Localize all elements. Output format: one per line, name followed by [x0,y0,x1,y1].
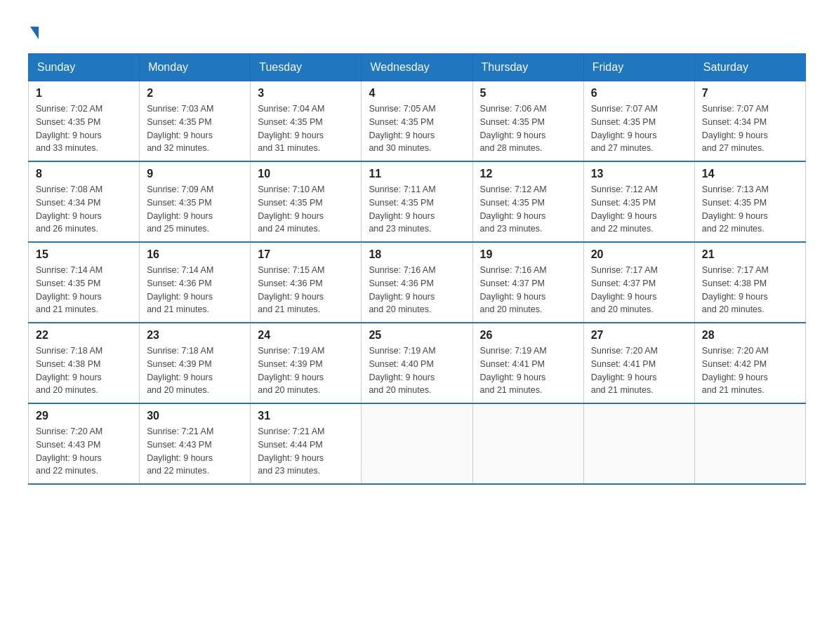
calendar-cell [362,403,472,484]
day-info: Sunrise: 7:18 AMSunset: 4:38 PMDaylight:… [36,344,132,397]
calendar-body: 1Sunrise: 7:02 AMSunset: 4:35 PMDaylight… [29,81,806,485]
calendar-cell: 28Sunrise: 7:20 AMSunset: 4:42 PMDayligh… [694,323,805,403]
calendar-cell [694,403,805,484]
calendar-cell: 24Sunrise: 7:19 AMSunset: 4:39 PMDayligh… [251,323,362,403]
day-header-wednesday: Wednesday [362,54,472,81]
day-info: Sunrise: 7:12 AMSunset: 4:35 PMDaylight:… [591,183,687,236]
day-number: 3 [258,87,354,100]
calendar-cell: 29Sunrise: 7:20 AMSunset: 4:43 PMDayligh… [29,403,140,484]
day-header-saturday: Saturday [694,54,805,81]
page-header [28,21,806,46]
day-info: Sunrise: 7:21 AMSunset: 4:44 PMDaylight:… [258,425,354,478]
day-header-monday: Monday [140,54,251,81]
calendar-table: SundayMondayTuesdayWednesdayThursdayFrid… [28,53,806,485]
day-number: 22 [36,329,132,342]
day-info: Sunrise: 7:19 AMSunset: 4:41 PMDaylight:… [480,344,576,397]
calendar-cell: 11Sunrise: 7:11 AMSunset: 4:35 PMDayligh… [362,161,472,242]
calendar-cell: 31Sunrise: 7:21 AMSunset: 4:44 PMDayligh… [251,403,362,484]
day-info: Sunrise: 7:16 AMSunset: 4:36 PMDaylight:… [369,264,465,316]
day-info: Sunrise: 7:09 AMSunset: 4:35 PMDaylight:… [147,183,243,236]
calendar-week-row: 1Sunrise: 7:02 AMSunset: 4:35 PMDaylight… [29,81,806,162]
calendar-cell: 12Sunrise: 7:12 AMSunset: 4:35 PMDayligh… [472,161,583,242]
day-number: 23 [147,329,243,342]
calendar-cell: 16Sunrise: 7:14 AMSunset: 4:36 PMDayligh… [140,242,251,323]
day-number: 25 [369,329,465,342]
calendar-week-row: 15Sunrise: 7:14 AMSunset: 4:35 PMDayligh… [29,242,806,323]
calendar-cell: 8Sunrise: 7:08 AMSunset: 4:34 PMDaylight… [29,161,140,242]
day-number: 6 [591,87,687,100]
day-number: 9 [147,168,243,180]
day-header-sunday: Sunday [29,54,140,81]
day-number: 29 [36,410,132,422]
calendar-header: SundayMondayTuesdayWednesdayThursdayFrid… [29,54,806,81]
day-header-tuesday: Tuesday [251,54,362,81]
calendar-cell [583,403,694,484]
calendar-cell: 26Sunrise: 7:19 AMSunset: 4:41 PMDayligh… [472,323,583,403]
day-info: Sunrise: 7:05 AMSunset: 4:35 PMDaylight:… [369,102,465,155]
calendar-week-row: 8Sunrise: 7:08 AMSunset: 4:34 PMDaylight… [29,161,806,242]
calendar-cell: 10Sunrise: 7:10 AMSunset: 4:35 PMDayligh… [251,161,362,242]
day-number: 31 [258,410,354,422]
day-number: 30 [147,410,243,422]
day-info: Sunrise: 7:11 AMSunset: 4:35 PMDaylight:… [369,183,465,236]
day-number: 21 [702,248,798,261]
logo-triangle-icon [30,27,39,39]
day-number: 17 [258,248,354,261]
day-number: 4 [369,87,465,100]
calendar-cell: 6Sunrise: 7:07 AMSunset: 4:35 PMDaylight… [583,81,694,162]
day-info: Sunrise: 7:18 AMSunset: 4:39 PMDaylight:… [147,344,243,397]
day-number: 19 [480,248,576,261]
day-header-friday: Friday [583,54,694,81]
day-number: 8 [36,168,132,180]
day-number: 27 [591,329,687,342]
calendar-cell: 14Sunrise: 7:13 AMSunset: 4:35 PMDayligh… [694,161,805,242]
calendar-cell: 9Sunrise: 7:09 AMSunset: 4:35 PMDaylight… [140,161,251,242]
day-number: 10 [258,168,354,180]
calendar-cell: 5Sunrise: 7:06 AMSunset: 4:35 PMDaylight… [472,81,583,162]
day-number: 2 [147,87,243,100]
day-info: Sunrise: 7:07 AMSunset: 4:34 PMDaylight:… [702,102,798,155]
day-number: 18 [369,248,465,261]
calendar-cell: 25Sunrise: 7:19 AMSunset: 4:40 PMDayligh… [362,323,472,403]
calendar-cell: 1Sunrise: 7:02 AMSunset: 4:35 PMDaylight… [29,81,140,162]
calendar-cell: 20Sunrise: 7:17 AMSunset: 4:37 PMDayligh… [583,242,694,323]
day-info: Sunrise: 7:06 AMSunset: 4:35 PMDaylight:… [480,102,576,155]
calendar-cell [472,403,583,484]
calendar-cell: 13Sunrise: 7:12 AMSunset: 4:35 PMDayligh… [583,161,694,242]
day-info: Sunrise: 7:19 AMSunset: 4:39 PMDaylight:… [258,344,354,397]
day-info: Sunrise: 7:21 AMSunset: 4:43 PMDaylight:… [147,425,243,478]
day-info: Sunrise: 7:12 AMSunset: 4:35 PMDaylight:… [480,183,576,236]
day-info: Sunrise: 7:17 AMSunset: 4:38 PMDaylight:… [702,264,798,316]
day-info: Sunrise: 7:02 AMSunset: 4:35 PMDaylight:… [36,102,132,155]
calendar-cell: 23Sunrise: 7:18 AMSunset: 4:39 PMDayligh… [140,323,251,403]
calendar-cell: 17Sunrise: 7:15 AMSunset: 4:36 PMDayligh… [251,242,362,323]
calendar-cell: 18Sunrise: 7:16 AMSunset: 4:36 PMDayligh… [362,242,472,323]
day-info: Sunrise: 7:07 AMSunset: 4:35 PMDaylight:… [591,102,687,155]
day-info: Sunrise: 7:08 AMSunset: 4:34 PMDaylight:… [36,183,132,236]
day-info: Sunrise: 7:04 AMSunset: 4:35 PMDaylight:… [258,102,354,155]
day-info: Sunrise: 7:15 AMSunset: 4:36 PMDaylight:… [258,264,354,316]
calendar-week-row: 29Sunrise: 7:20 AMSunset: 4:43 PMDayligh… [29,403,806,484]
day-info: Sunrise: 7:14 AMSunset: 4:36 PMDaylight:… [147,264,243,316]
day-info: Sunrise: 7:16 AMSunset: 4:37 PMDaylight:… [480,264,576,316]
day-number: 16 [147,248,243,261]
day-number: 15 [36,248,132,261]
day-info: Sunrise: 7:03 AMSunset: 4:35 PMDaylight:… [147,102,243,155]
day-number: 24 [258,329,354,342]
day-number: 26 [480,329,576,342]
day-number: 11 [369,168,465,180]
calendar-cell: 22Sunrise: 7:18 AMSunset: 4:38 PMDayligh… [29,323,140,403]
day-number: 7 [702,87,798,100]
day-info: Sunrise: 7:20 AMSunset: 4:42 PMDaylight:… [702,344,798,397]
days-of-week-row: SundayMondayTuesdayWednesdayThursdayFrid… [29,54,806,81]
calendar-week-row: 22Sunrise: 7:18 AMSunset: 4:38 PMDayligh… [29,323,806,403]
day-number: 5 [480,87,576,100]
day-header-thursday: Thursday [472,54,583,81]
calendar-cell: 2Sunrise: 7:03 AMSunset: 4:35 PMDaylight… [140,81,251,162]
day-info: Sunrise: 7:17 AMSunset: 4:37 PMDaylight:… [591,264,687,316]
day-number: 1 [36,87,132,100]
day-info: Sunrise: 7:20 AMSunset: 4:43 PMDaylight:… [36,425,132,478]
day-info: Sunrise: 7:20 AMSunset: 4:41 PMDaylight:… [591,344,687,397]
day-number: 14 [702,168,798,180]
day-info: Sunrise: 7:14 AMSunset: 4:35 PMDaylight:… [36,264,132,316]
